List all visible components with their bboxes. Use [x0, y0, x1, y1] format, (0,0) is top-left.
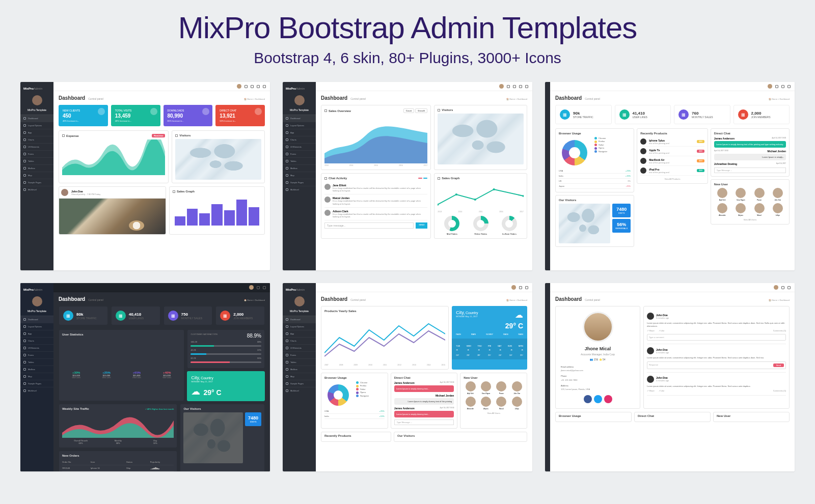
sidebar-item[interactable]: Charts [20, 136, 53, 143]
product-row[interactable]: MacBook Airtext of the printing and$450 [640, 156, 704, 166]
sidebar-item[interactable]: Mailbox [283, 366, 316, 373]
sidebar-item[interactable]: Multilevel [283, 387, 316, 394]
flag-icon[interactable] [513, 85, 516, 88]
stat-card[interactable]: NEW CLIENTS45040% Increase in... [59, 105, 108, 126]
sidebar-item[interactable]: Dashboard [283, 316, 316, 323]
user-avatar-icon[interactable] [499, 84, 504, 89]
sidebar-item[interactable]: UI Elements [283, 143, 316, 150]
sidebar-item[interactable]: Forms [283, 351, 316, 358]
bell-icon[interactable] [257, 286, 260, 289]
sidebar-item[interactable]: Multilevel [20, 387, 53, 394]
stat-card[interactable]: DOWNLOADS80,99085% Increase in... [164, 105, 213, 126]
sidebar-item[interactable]: App [20, 330, 53, 337]
sidebar-item[interactable]: Mailbox [20, 366, 53, 373]
bell-icon[interactable] [775, 85, 778, 88]
sidebar-item[interactable]: Sample Pages [20, 380, 53, 387]
sidebar-item[interactable]: Sample Pages [283, 179, 316, 186]
user-item[interactable]: Maical [751, 203, 767, 216]
sidebar-item[interactable]: Map [20, 373, 53, 380]
bell-icon[interactable] [519, 286, 522, 289]
sidebar-item[interactable]: Sample Pages [283, 380, 316, 387]
user-item[interactable]: Sonu Nigam [732, 188, 749, 201]
user-item[interactable]: Arijana [479, 397, 493, 410]
sidebar-item[interactable]: Tables [283, 157, 316, 164]
user-item[interactable]: John Doe [510, 381, 524, 395]
mail-icon[interactable] [519, 85, 522, 88]
post-action[interactable]: ↗ Like [659, 389, 664, 392]
user-item[interactable]: Arijit Sinh [714, 188, 730, 201]
sidebar-item[interactable]: Forms [20, 351, 53, 358]
comment-input[interactable]: Type a comment [647, 334, 786, 341]
user-avatar-icon[interactable] [768, 84, 772, 89]
user-item[interactable]: Julliya [770, 203, 786, 216]
sidebar-item[interactable]: App [283, 330, 316, 337]
sidebar-item[interactable]: Layout Options [283, 122, 316, 129]
sidebar-item[interactable]: Charts [283, 337, 316, 344]
table-row[interactable]: OR1548Iphone 16Ship▁▃▅▇▅▃ [62, 465, 174, 471]
sidebar-item[interactable]: Forms [20, 150, 53, 157]
post-action[interactable]: ↗ Share [647, 329, 655, 332]
user-item[interactable]: Alexander [464, 397, 477, 410]
comment-input[interactable]: ResponseSend [647, 361, 786, 369]
sidebar-item[interactable]: Mailbox [283, 164, 316, 172]
user-avatar-icon[interactable] [237, 84, 241, 89]
user-item[interactable]: Arijana [732, 203, 749, 216]
sidebar-item[interactable]: Charts [283, 136, 316, 143]
sidebar-item[interactable]: Tables [20, 157, 53, 164]
comments-link[interactable]: Comments (5) [773, 329, 786, 332]
sidebar-item[interactable]: Dashboard [20, 316, 53, 323]
sidebar-item[interactable]: Map [283, 172, 316, 179]
mail-icon[interactable] [257, 85, 260, 88]
sidebar-item[interactable]: Multilevel [283, 186, 316, 193]
sidebar-item[interactable]: Layout Options [20, 323, 53, 330]
sidebar-item[interactable]: UI Elements [20, 344, 53, 351]
sidebar-item[interactable]: App [283, 129, 316, 136]
user-item[interactable]: Sonu Nigam [479, 381, 493, 395]
sidebar-item[interactable]: Map [283, 373, 316, 380]
facebook-icon[interactable] [584, 395, 592, 403]
user-item[interactable]: Pawan [495, 381, 508, 395]
user-item[interactable]: Maical [495, 397, 508, 410]
comments-link[interactable]: Comments (5) [773, 389, 786, 392]
user-item[interactable]: Alexander [714, 203, 730, 216]
post-action[interactable]: ↗ Like [659, 329, 664, 332]
bell-icon[interactable] [507, 85, 510, 88]
gear-icon[interactable] [525, 286, 528, 289]
sidebar-item[interactable]: Tables [283, 358, 316, 366]
sidebar-item[interactable]: Dashboard [283, 115, 316, 122]
sidebar-item[interactable]: Dashboard [20, 115, 53, 122]
sidebar-item[interactable]: Layout Options [283, 323, 316, 330]
send-button[interactable]: SEND [416, 222, 427, 229]
bell-icon[interactable] [244, 85, 248, 88]
stat-card[interactable]: DIRECT CHAT13,92150% Increase in... [215, 105, 265, 126]
user-item[interactable]: John Doe [770, 188, 786, 201]
message-input[interactable]: Type message... [324, 222, 414, 229]
user-avatar-icon[interactable] [249, 285, 254, 290]
count-pill[interactable]: Count [403, 108, 415, 113]
view-all-users[interactable]: View All Users [464, 412, 524, 414]
product-row[interactable]: Apple Tvtext of the printing and$400 [640, 147, 704, 156]
sidebar-item[interactable]: Tables [20, 358, 53, 366]
product-row[interactable]: Iphone 7plustext of the printing and$300 [640, 137, 704, 147]
sidebar-item[interactable]: UI Elements [20, 143, 53, 150]
message-input[interactable]: Type Message ... [394, 419, 454, 425]
growth-pill[interactable]: Growth [415, 108, 427, 113]
gear-icon[interactable] [263, 286, 266, 289]
twitter-icon[interactable] [594, 395, 602, 403]
sidebar-item[interactable]: Sample Pages [20, 179, 53, 186]
post-action[interactable]: ↗ Share [647, 389, 655, 392]
gear-icon[interactable] [787, 286, 791, 289]
sidebar-item[interactable]: UI Elements [283, 344, 316, 351]
sidebar-item[interactable]: Multilevel [20, 186, 53, 193]
sidebar-item[interactable]: Map [20, 172, 53, 179]
sidebar-item[interactable]: Layout Options [20, 122, 53, 129]
view-all-products[interactable]: View All Products [640, 178, 704, 180]
send-button[interactable]: Send [773, 363, 784, 367]
user-item[interactable]: Julliya [510, 397, 524, 410]
user-avatar-icon[interactable] [774, 285, 778, 290]
instagram-icon[interactable] [604, 395, 612, 403]
sidebar-item[interactable]: Charts [20, 337, 53, 344]
product-row[interactable]: iPad Protext of the printing and$500 [640, 166, 704, 176]
view-all-users[interactable]: View All Users [714, 218, 786, 221]
message-input[interactable]: Type Message ... [714, 167, 786, 173]
